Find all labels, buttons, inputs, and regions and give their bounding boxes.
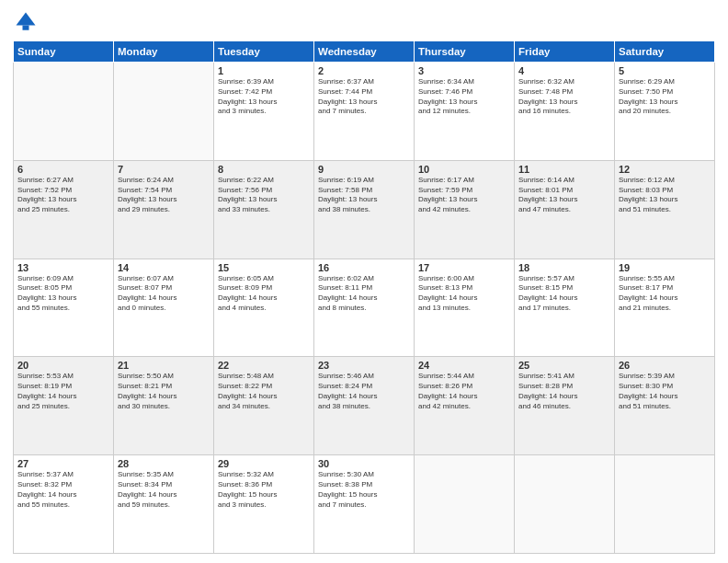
day-info: Sunrise: 5:53 AM Sunset: 8:19 PM Dayligh… [17,372,109,411]
day-info: Sunrise: 6:07 AM Sunset: 8:07 PM Dayligh… [118,274,210,314]
calendar-day-header: Thursday [415,41,515,63]
calendar-cell: 28Sunrise: 5:35 AM Sunset: 8:34 PM Dayli… [114,455,214,554]
day-info: Sunrise: 6:22 AM Sunset: 7:56 PM Dayligh… [218,176,310,215]
calendar-cell [415,455,515,554]
day-info: Sunrise: 5:32 AM Sunset: 8:36 PM Dayligh… [218,470,310,510]
calendar-cell: 9Sunrise: 6:19 AM Sunset: 7:58 PM Daylig… [314,160,415,259]
day-info: Sunrise: 5:39 AM Sunset: 8:30 PM Dayligh… [619,372,711,411]
day-number: 25 [518,360,610,371]
calendar-cell: 14Sunrise: 6:07 AM Sunset: 8:07 PM Dayli… [114,259,214,357]
day-info: Sunrise: 5:41 AM Sunset: 8:28 PM Dayligh… [518,372,610,411]
day-info: Sunrise: 6:34 AM Sunset: 7:46 PM Dayligh… [418,77,510,117]
day-info: Sunrise: 6:02 AM Sunset: 8:11 PM Dayligh… [318,274,410,314]
day-info: Sunrise: 5:48 AM Sunset: 8:22 PM Dayligh… [218,372,310,411]
calendar-cell: 15Sunrise: 6:05 AM Sunset: 8:09 PM Dayli… [214,259,314,357]
day-info: Sunrise: 5:57 AM Sunset: 8:15 PM Dayligh… [518,274,610,314]
calendar-cell: 18Sunrise: 5:57 AM Sunset: 8:15 PM Dayli… [515,259,615,357]
day-info: Sunrise: 6:27 AM Sunset: 7:52 PM Dayligh… [17,176,109,215]
calendar-cell: 5Sunrise: 6:29 AM Sunset: 7:50 PM Daylig… [615,63,715,161]
day-info: Sunrise: 6:29 AM Sunset: 7:50 PM Dayligh… [619,77,711,117]
day-number: 3 [418,65,510,76]
calendar-week-row: 1Sunrise: 6:39 AM Sunset: 7:42 PM Daylig… [14,63,715,161]
calendar-day-header: Wednesday [314,41,415,63]
day-number: 11 [518,164,610,175]
day-number: 7 [118,164,210,175]
day-number: 8 [218,164,310,175]
header [13,9,715,35]
logo [13,9,42,35]
calendar-cell: 17Sunrise: 6:00 AM Sunset: 8:13 PM Dayli… [415,259,515,357]
day-info: Sunrise: 6:14 AM Sunset: 8:01 PM Dayligh… [518,176,610,215]
day-number: 6 [17,164,109,175]
calendar-cell: 7Sunrise: 6:24 AM Sunset: 7:54 PM Daylig… [114,160,214,259]
calendar-table: SundayMondayTuesdayWednesdayThursdayFrid… [13,40,715,554]
calendar-cell: 11Sunrise: 6:14 AM Sunset: 8:01 PM Dayli… [515,160,615,259]
day-info: Sunrise: 6:19 AM Sunset: 7:58 PM Dayligh… [318,176,410,215]
calendar-week-row: 20Sunrise: 5:53 AM Sunset: 8:19 PM Dayli… [14,357,715,455]
day-info: Sunrise: 6:05 AM Sunset: 8:09 PM Dayligh… [218,274,310,314]
calendar-cell: 29Sunrise: 5:32 AM Sunset: 8:36 PM Dayli… [214,455,314,554]
calendar-cell: 30Sunrise: 5:30 AM Sunset: 8:38 PM Dayli… [314,455,415,554]
calendar-cell [14,63,114,161]
day-number: 2 [318,65,410,76]
day-number: 9 [318,164,410,175]
calendar-week-row: 13Sunrise: 6:09 AM Sunset: 8:05 PM Dayli… [14,259,715,357]
day-info: Sunrise: 5:46 AM Sunset: 8:24 PM Dayligh… [318,372,410,411]
day-number: 29 [218,458,310,469]
day-info: Sunrise: 6:37 AM Sunset: 7:44 PM Dayligh… [318,77,410,117]
day-info: Sunrise: 5:55 AM Sunset: 8:17 PM Dayligh… [619,274,711,314]
day-number: 26 [619,360,711,371]
day-number: 30 [318,458,410,469]
calendar-day-header: Sunday [14,41,114,63]
day-number: 10 [418,164,510,175]
day-number: 16 [318,262,410,273]
calendar-cell: 25Sunrise: 5:41 AM Sunset: 8:28 PM Dayli… [515,357,615,455]
calendar-header-row: SundayMondayTuesdayWednesdayThursdayFrid… [14,41,715,63]
calendar-cell: 3Sunrise: 6:34 AM Sunset: 7:46 PM Daylig… [415,63,515,161]
calendar-cell [615,455,715,554]
calendar-cell: 16Sunrise: 6:02 AM Sunset: 8:11 PM Dayli… [314,259,415,357]
calendar-cell: 2Sunrise: 6:37 AM Sunset: 7:44 PM Daylig… [314,63,415,161]
day-info: Sunrise: 6:17 AM Sunset: 7:59 PM Dayligh… [418,176,510,215]
calendar-cell: 26Sunrise: 5:39 AM Sunset: 8:30 PM Dayli… [615,357,715,455]
calendar-cell [515,455,615,554]
calendar-day-header: Saturday [615,41,715,63]
calendar-day-header: Friday [515,41,615,63]
calendar-week-row: 27Sunrise: 5:37 AM Sunset: 8:32 PM Dayli… [14,455,715,554]
svg-rect-1 [23,26,29,30]
day-number: 19 [619,262,711,273]
day-info: Sunrise: 6:39 AM Sunset: 7:42 PM Dayligh… [218,77,310,117]
day-number: 27 [17,458,109,469]
calendar-cell [114,63,214,161]
day-number: 5 [619,65,711,76]
calendar-cell: 27Sunrise: 5:37 AM Sunset: 8:32 PM Dayli… [14,455,114,554]
calendar-cell: 10Sunrise: 6:17 AM Sunset: 7:59 PM Dayli… [415,160,515,259]
day-info: Sunrise: 5:37 AM Sunset: 8:32 PM Dayligh… [17,470,109,510]
day-number: 23 [318,360,410,371]
calendar-week-row: 6Sunrise: 6:27 AM Sunset: 7:52 PM Daylig… [14,160,715,259]
logo-icon [13,9,39,35]
calendar-cell: 20Sunrise: 5:53 AM Sunset: 8:19 PM Dayli… [14,357,114,455]
day-number: 1 [218,65,310,76]
day-number: 20 [17,360,109,371]
day-info: Sunrise: 6:24 AM Sunset: 7:54 PM Dayligh… [118,176,210,215]
calendar-cell: 24Sunrise: 5:44 AM Sunset: 8:26 PM Dayli… [415,357,515,455]
calendar-day-header: Tuesday [214,41,314,63]
calendar-cell: 1Sunrise: 6:39 AM Sunset: 7:42 PM Daylig… [214,63,314,161]
day-info: Sunrise: 5:35 AM Sunset: 8:34 PM Dayligh… [118,470,210,510]
calendar-cell: 12Sunrise: 6:12 AM Sunset: 8:03 PM Dayli… [615,160,715,259]
svg-marker-0 [17,13,36,26]
day-number: 14 [118,262,210,273]
day-info: Sunrise: 5:50 AM Sunset: 8:21 PM Dayligh… [118,372,210,411]
day-info: Sunrise: 6:12 AM Sunset: 8:03 PM Dayligh… [619,176,711,215]
calendar-cell: 21Sunrise: 5:50 AM Sunset: 8:21 PM Dayli… [114,357,214,455]
day-info: Sunrise: 6:00 AM Sunset: 8:13 PM Dayligh… [418,274,510,314]
day-number: 18 [518,262,610,273]
day-number: 13 [17,262,109,273]
calendar-cell: 4Sunrise: 6:32 AM Sunset: 7:48 PM Daylig… [515,63,615,161]
day-number: 4 [518,65,610,76]
day-info: Sunrise: 5:44 AM Sunset: 8:26 PM Dayligh… [418,372,510,411]
calendar-cell: 13Sunrise: 6:09 AM Sunset: 8:05 PM Dayli… [14,259,114,357]
calendar-cell: 8Sunrise: 6:22 AM Sunset: 7:56 PM Daylig… [214,160,314,259]
day-info: Sunrise: 6:09 AM Sunset: 8:05 PM Dayligh… [17,274,109,314]
